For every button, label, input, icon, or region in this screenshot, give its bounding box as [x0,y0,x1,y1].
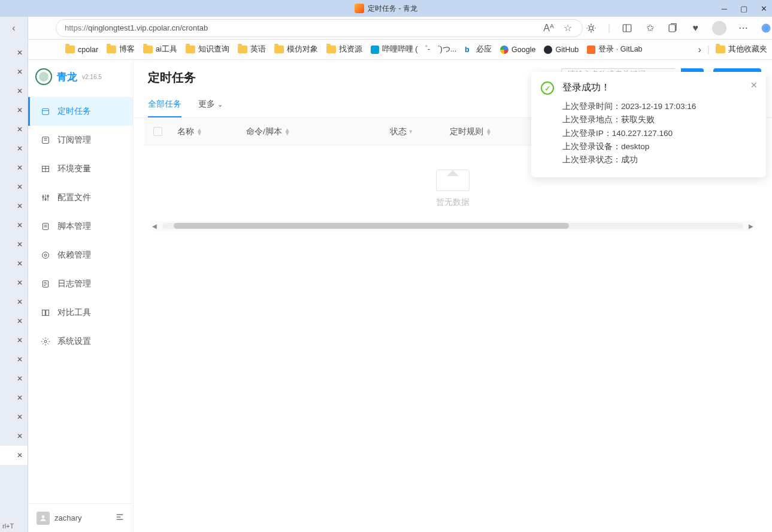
collapse-sidebar-button[interactable] [115,512,125,524]
sidebar-item-subscription[interactable]: 订阅管理 [28,126,133,155]
more-icon[interactable]: ⋯ [737,22,749,34]
column-name[interactable]: 名称▲▼ [171,126,240,137]
tab-item[interactable]: ✕ [0,235,28,254]
bookmark-item[interactable]: 知识查询 [186,44,229,55]
bookmark-item[interactable]: 模仿对象 [274,44,318,55]
tab-item[interactable]: ✕ [0,101,28,120]
tab-item[interactable]: ✕ [0,388,28,407]
tab-item[interactable]: ✕ [0,197,28,216]
tab-item[interactable]: ✕ [0,62,28,81]
folder-icon [143,46,153,53]
svg-rect-3 [669,25,676,32]
tab-item[interactable]: ✕ [0,139,28,158]
bookmark-item[interactable]: cpolar [65,46,98,54]
select-all-checkbox[interactable] [153,127,162,136]
close-window-button[interactable]: ✕ [761,4,767,13]
bookmark-item[interactable]: Google [500,46,535,54]
sidebar-item-deps[interactable]: 依赖管理 [28,241,133,270]
minimize-button[interactable]: ─ [722,4,727,13]
bookmark-item[interactable]: 博客 [107,44,135,55]
scroll-left-arrow[interactable]: ◀ [150,223,159,229]
performance-icon[interactable]: ♥ [689,22,701,34]
copilot-icon[interactable] [760,22,772,34]
favorites-icon[interactable]: ✩ [644,22,656,34]
tab-item[interactable]: ✕ [0,273,28,292]
tab-item[interactable]: ✕ [0,427,28,446]
bookmark-item[interactable]: 找资源 [326,44,362,55]
sort-icon: ▲▼ [486,128,492,135]
sidebar-item-scripts[interactable]: 脚本管理 [28,212,133,241]
profile-avatar[interactable] [712,21,726,35]
scroll-thumb[interactable] [174,223,569,229]
horizontal-scrollbar[interactable]: ◀ ▶ [150,221,755,231]
tab-item[interactable]: ✕ [0,446,28,465]
bookmark-item[interactable]: GitHub [544,46,579,54]
tab-all-tasks[interactable]: 全部任务 [148,94,181,117]
other-bookmarks[interactable]: 其他收藏夹 [716,44,767,55]
sidebar-item-logs[interactable]: 日志管理 [28,270,133,298]
svg-rect-18 [43,223,48,230]
folder-icon [107,46,116,53]
tab-item[interactable]: ✕ [0,120,28,139]
tab-item[interactable]: ✕ [0,43,28,62]
back-button[interactable]: ‹ [0,17,28,40]
tab-item[interactable]: ✕ [0,350,28,369]
column-command[interactable]: 命令/脚本▲▼ [240,126,384,137]
tab-item[interactable]: ✕ [0,312,28,331]
address-bar: https://qinglongtest1.vip.cpolar.cn/cron… [28,17,772,40]
maximize-button[interactable]: ▢ [740,4,747,13]
folder-icon [326,46,336,53]
rss-icon [41,135,50,145]
tab-item[interactable]: ✕ [0,216,28,235]
notification-line: 上次登录地点：获取失败 [562,113,755,126]
logo-version: v2.16.5 [82,74,102,80]
tab-item[interactable]: ✕ [0,177,28,197]
read-aloud-icon[interactable]: Aᴬ [543,22,555,34]
collections-icon[interactable] [667,22,679,34]
star-icon[interactable]: ☆ [562,22,574,34]
column-cron[interactable]: 定时规则▲▼ [444,126,522,137]
bing-icon: b [465,46,473,54]
bookmark-item[interactable]: 哔哩哔哩 ( ゜- ゜)つ... [371,44,456,55]
login-success-notification: ✓ ✕ 登录成功！ 上次登录时间：2023-12-19 17:03:16 上次登… [531,72,766,177]
sidebar-item-crontab[interactable]: 定时任务 [28,97,133,126]
svg-point-30 [42,515,45,518]
bookmark-item[interactable]: ai工具 [143,44,177,55]
extensions-icon[interactable] [585,22,597,34]
tab-item[interactable]: ✕ [0,158,28,177]
folder-icon [186,46,195,53]
tab-item[interactable]: ✕ [0,81,28,101]
bookmarks-bar: cpolar 博客 ai工具 知识查询 英语 模仿对象 找资源 哔哩哔哩 ( ゜… [28,40,772,60]
filter-icon[interactable]: ▾ [409,128,413,135]
logo[interactable]: 青龙 v2.16.5 [28,60,133,93]
sidebar-item-diff[interactable]: 对比工具 [28,298,133,327]
column-status[interactable]: 状态▾ [384,126,444,137]
url-input[interactable]: https://qinglongtest1.vip.cpolar.cn/cron… [56,19,583,37]
sidebar-menu: 定时任务 订阅管理 环境变量 配置文件 脚本管理 依赖管理 日志管理 对比工具 … [28,93,133,503]
bookmark-item[interactable]: 英语 [238,44,266,55]
bookmark-item[interactable]: b必应 [465,44,492,55]
sidebar-item-env[interactable]: 环境变量 [28,155,133,183]
notification-line: 上次登录时间：2023-12-19 17:03:16 [562,100,755,113]
bookmarks-overflow[interactable]: › [698,44,701,55]
tab-item[interactable]: ✕ [0,369,28,388]
scroll-track[interactable] [162,223,743,229]
tab-item[interactable]: ✕ [0,407,28,427]
scroll-right-arrow[interactable]: ▶ [747,223,755,229]
bookmark-item[interactable]: 登录 · GitLab [587,44,642,55]
tab-item[interactable]: ✕ [0,254,28,273]
logo-icon [35,68,52,85]
tab-item[interactable]: ✕ [0,292,28,312]
tab-more[interactable]: 更多⌄ [198,94,223,117]
vertical-tab-strip: ‹ ✕ ✕ ✕ ✕ ✕ ✕ ✕ ✕ ✕ ✕ ✕ ✕ ✕ ✕ ✕ ✕ ✕ ✕ ✕ … [0,17,28,532]
sidebar-toggle-icon[interactable] [621,22,633,34]
tab-item[interactable]: ✕ [0,331,28,350]
sidebar-item-settings[interactable]: 系统设置 [28,327,133,356]
sidebar-item-config[interactable]: 配置文件 [28,183,133,212]
close-notification-button[interactable]: ✕ [750,80,758,90]
notification-line: 上次登录IP：140.227.127.160 [562,127,755,140]
app-favicon [355,4,364,13]
user-avatar-icon [37,512,50,525]
user-info[interactable]: zachary [37,512,82,525]
github-icon [544,46,552,54]
